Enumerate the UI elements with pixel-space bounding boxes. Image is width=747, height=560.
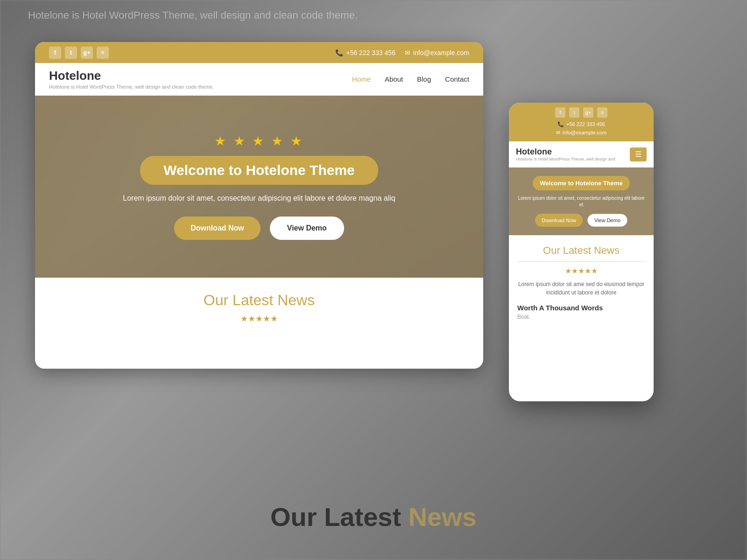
desktop-nav-links: Home About Blog Contact	[352, 75, 469, 83]
desktop-topbar: f t g+ ≡ 📞 +56 222 333 456 ✉ info@exampl…	[35, 42, 483, 63]
article-title: Worth A Thousand Words	[517, 304, 645, 312]
mobile-contact-info: 📞 +56 222 333 456 ✉ info@example.com	[516, 120, 647, 137]
news-title-gold: News	[277, 292, 315, 308]
desktop-mockup: f t g+ ≡ 📞 +56 222 333 456 ✉ info@exampl…	[35, 42, 483, 369]
mobile-menu-button[interactable]: ☰	[630, 147, 647, 161]
phone-info: 📞 +56 222 333 456	[335, 49, 395, 56]
article-sub: Boat.	[517, 314, 645, 320]
phone-number: +56 222 333 456	[346, 49, 395, 56]
mobile-demo-button[interactable]: View Demo	[587, 214, 627, 227]
mobile-download-button[interactable]: Download Now	[535, 214, 583, 227]
desktop-navbar: Hotelone Hotelone is Hotel WordPress The…	[35, 63, 483, 96]
mobile-rss-icon[interactable]: ≡	[597, 107, 607, 118]
email-icon: ✉	[405, 49, 410, 56]
bottom-text-gold: News	[409, 502, 477, 532]
nav-home[interactable]: Home	[352, 75, 371, 83]
hero-subtitle: Lorem ipsum dolor sit amet, consectetur …	[123, 194, 395, 203]
mobile-news-section: Our Latest News ★★★★★ Lorem ipsum dolor …	[509, 235, 654, 329]
nav-blog[interactable]: Blog	[417, 75, 431, 83]
mobile-hero-buttons: Download Now View Demo	[516, 214, 647, 227]
mobile-google-plus-icon[interactable]: g+	[583, 107, 593, 118]
desktop-hero: ★ ★ ★ ★ ★ Welcome to Hotelone Theme Lore…	[35, 96, 483, 278]
desktop-contact-info: 📞 +56 222 333 456 ✉ info@example.com	[335, 49, 469, 56]
logo-title: Hotelone	[49, 69, 214, 83]
hero-stars: ★ ★ ★ ★ ★	[123, 133, 395, 149]
mobile-hero-title: Welcome to Hotelone Theme	[540, 180, 622, 187]
twitter-icon[interactable]: t	[65, 47, 77, 59]
mobile-hero-title-box: Welcome to Hotelone Theme	[533, 176, 629, 190]
background-text: Hotelone is Hotel WordPress Theme, well …	[28, 9, 358, 21]
view-demo-button[interactable]: View Demo	[270, 217, 344, 240]
mobile-news-title-black: Our Latest	[543, 245, 591, 256]
mobile-news-divider	[517, 261, 645, 262]
hero-title: Welcome to Hotelone Theme	[163, 162, 355, 178]
hero-title-box: Welcome to Hotelone Theme	[140, 156, 378, 185]
mobile-news-title-gold: News	[594, 245, 620, 256]
mobile-hero: Welcome to Hotelone Theme Lorem ipsum do…	[509, 168, 654, 235]
nav-about[interactable]: About	[385, 75, 403, 83]
news-title-black: Our Latest	[204, 292, 273, 308]
email-info: ✉ info@example.com	[405, 49, 469, 56]
mobile-email-icon: ✉	[556, 129, 560, 137]
facebook-icon[interactable]: f	[49, 47, 61, 59]
desktop-social-icons: f t g+ ≡	[49, 47, 109, 59]
mobile-news-text: Lorem ipsum dolor sit ame sed do eiusmod…	[517, 280, 645, 297]
news-stars: ★★★★★	[49, 314, 469, 324]
mobile-twitter-icon[interactable]: t	[569, 107, 579, 118]
mobile-hero-subtitle: Lorem ipsum dolor sit amet, consectetur …	[516, 195, 647, 208]
mobile-phone-info: 📞 +56 222 333 456	[516, 120, 647, 129]
mobile-phone-number: +56 222 333 456	[566, 120, 605, 129]
bottom-text-black: Our Latest	[270, 502, 401, 532]
desktop-news-section: Our Latest News ★★★★★	[35, 278, 483, 338]
phone-icon: 📞	[335, 49, 343, 56]
download-now-button[interactable]: Download Now	[174, 217, 261, 240]
rss-icon[interactable]: ≡	[97, 47, 109, 59]
mobile-logo-tagline: Hotelone is Hotel WordPress Theme, well …	[516, 157, 615, 161]
google-plus-icon[interactable]: g+	[81, 47, 93, 59]
hero-content: ★ ★ ★ ★ ★ Welcome to Hotelone Theme Lore…	[123, 133, 395, 240]
mobile-logo-title: Hotelone	[516, 147, 615, 157]
nav-contact[interactable]: Contact	[445, 75, 469, 83]
mobile-news-title: Our Latest News	[517, 245, 645, 257]
news-title: Our Latest News	[49, 292, 469, 309]
mobile-news-stars: ★★★★★	[517, 266, 645, 275]
mobile-email-info: ✉ info@example.com	[516, 129, 647, 137]
hero-buttons: Download Now View Demo	[123, 217, 395, 240]
mobile-social-icons: f t g+ ≡	[516, 107, 647, 118]
mobile-email-address: info@example.com	[563, 129, 606, 137]
logo-tagline: Hotelone is Hotel WordPress Theme, well …	[49, 84, 214, 90]
mobile-logo: Hotelone Hotelone is Hotel WordPress The…	[516, 147, 615, 161]
background-bottom-text: Our Latest News	[270, 502, 477, 532]
mobile-topbar: f t g+ ≡ 📞 +56 222 333 456 ✉ info@exampl…	[509, 103, 654, 141]
mobile-news-article: Worth A Thousand Words Boat.	[517, 304, 645, 320]
mobile-navbar: Hotelone Hotelone is Hotel WordPress The…	[509, 141, 654, 168]
mobile-phone-icon: 📞	[557, 120, 564, 129]
desktop-logo: Hotelone Hotelone is Hotel WordPress The…	[49, 69, 214, 90]
mobile-facebook-icon[interactable]: f	[555, 107, 565, 118]
email-address: info@example.com	[413, 49, 469, 56]
mobile-mockup: f t g+ ≡ 📞 +56 222 333 456 ✉ info@exampl…	[509, 103, 654, 401]
